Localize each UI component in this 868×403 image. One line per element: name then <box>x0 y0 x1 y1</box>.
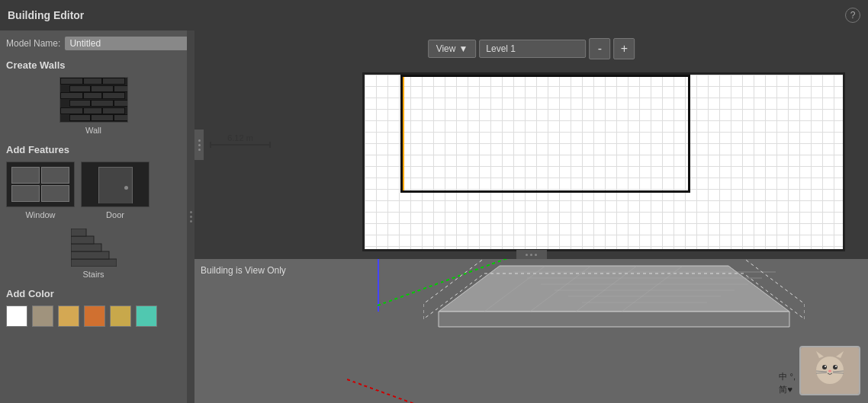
view-3d: Building is View Only <box>194 259 868 403</box>
svg-marker-6 <box>439 312 789 327</box>
stairs-item[interactable]: Stairs <box>6 229 181 279</box>
color-swatch-orange[interactable] <box>84 305 105 327</box>
add-color-title: Add Color <box>6 288 181 299</box>
scale-line <box>210 144 271 146</box>
canvas-2d[interactable] <box>362 72 845 251</box>
bottom-handle[interactable] <box>516 250 547 259</box>
chinese-text-overlay: 中 °, 简♥️ <box>779 370 796 395</box>
left-panel: Model Name: Create Walls W <box>0 30 187 403</box>
cat-avatar <box>799 346 860 395</box>
color-swatch-yellow[interactable] <box>110 305 131 327</box>
door-shape <box>98 167 133 203</box>
wall-texture[interactable] <box>59 77 128 123</box>
svg-point-21 <box>822 365 827 369</box>
plus-button[interactable]: + <box>613 38 635 59</box>
window-texture[interactable] <box>6 162 75 207</box>
app-title: Building Editor <box>8 9 84 21</box>
create-walls-title: Create Walls <box>6 59 181 71</box>
divider-dot-1 <box>190 211 192 213</box>
model-name-row: Model Name: <box>6 37 181 50</box>
svg-point-25 <box>828 370 831 373</box>
svg-point-23 <box>825 366 826 367</box>
svg-point-24 <box>835 366 837 367</box>
svg-marker-5 <box>439 266 789 312</box>
svg-rect-2 <box>71 244 101 251</box>
wall-item[interactable]: Wall <box>6 77 181 135</box>
color-swatch-white[interactable] <box>6 305 27 327</box>
door-item[interactable]: Door <box>81 162 149 219</box>
panel-divider[interactable] <box>187 30 194 403</box>
svg-point-22 <box>833 365 837 369</box>
stairs-label: Stairs <box>82 270 104 279</box>
window-label: Window <box>25 210 55 219</box>
level-select[interactable] <box>479 40 586 58</box>
add-features-title: Add Features <box>6 144 181 155</box>
color-swatch-tan[interactable] <box>32 305 53 327</box>
svg-rect-1 <box>71 251 109 259</box>
cat-image <box>801 347 859 394</box>
left-handle[interactable] <box>194 130 204 160</box>
scale-label: 6.12 m <box>227 133 253 142</box>
color-swatches <box>6 305 181 327</box>
divider-dot-3 <box>190 220 192 222</box>
scale-bar <box>210 144 271 146</box>
title-bar: Building Editor ? <box>0 0 868 30</box>
main-content: Model Name: Create Walls W <box>0 30 868 403</box>
divider-dot-2 <box>190 216 192 218</box>
building-3d <box>423 259 805 357</box>
svg-rect-3 <box>71 236 94 244</box>
window-item[interactable]: Window <box>6 162 75 219</box>
grid-background <box>365 75 843 249</box>
stairs-icon[interactable] <box>71 229 117 267</box>
help-button[interactable]: ? <box>845 8 860 23</box>
svg-rect-0 <box>71 259 117 267</box>
wall-label: Wall <box>85 126 101 135</box>
model-name-input[interactable] <box>65 37 187 50</box>
scale-indicator: 6.12 m <box>210 133 271 146</box>
view-toolbar: View ▼ - + <box>428 38 635 59</box>
view-only-label: Building is View Only <box>201 265 286 276</box>
right-area: View ▼ - + <box>194 30 868 403</box>
color-swatch-gold[interactable] <box>58 305 79 327</box>
view-2d: View ▼ - + <box>194 30 868 259</box>
door-texture[interactable] <box>81 162 149 207</box>
color-swatch-teal[interactable] <box>136 305 157 327</box>
door-label: Door <box>106 210 124 219</box>
minus-button[interactable]: - <box>589 38 610 59</box>
red-axis <box>347 379 527 403</box>
features-row: Window Door <box>6 162 181 219</box>
model-name-label: Model Name: <box>6 38 60 49</box>
svg-rect-4 <box>71 229 86 236</box>
room-outline <box>400 75 690 193</box>
view-button[interactable]: View ▼ <box>428 40 477 58</box>
door-knob <box>124 186 128 190</box>
